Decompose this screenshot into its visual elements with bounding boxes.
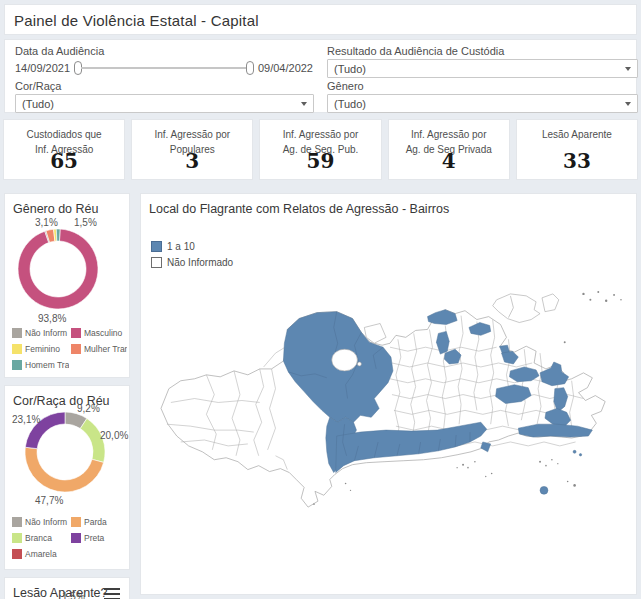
legend-swatch — [151, 241, 162, 252]
genero-chart-panel: Gênero do Réu 3,1% 1,5% 93,8% Não Inform… — [4, 193, 130, 378]
map-title: Local do Flagrante com Relatos de Agress… — [149, 202, 449, 216]
kpi-value: 65 — [4, 149, 124, 173]
donut-label: 9,2% — [77, 403, 100, 414]
filters-panel: Data da Audiência 14/09/2021 09/04/2022 … — [4, 39, 637, 113]
legend-swatch — [12, 360, 22, 370]
genero-dropdown[interactable]: (Tudo) — [327, 94, 638, 113]
kpi-card-populares: Inf. Agressão porPopulares 3 — [131, 119, 253, 180]
date-end-value: 09/04/2022 — [258, 62, 313, 74]
caret-down-icon — [625, 102, 631, 106]
kpi-value: 33 — [517, 149, 637, 173]
legend-item[interactable]: Preta — [71, 530, 127, 546]
legend-item[interactable]: Branca — [12, 530, 69, 546]
kpi-card-lesao-aparente: Lesão Aparente 33 — [516, 119, 638, 180]
legend-item[interactable]: Não Inform — [12, 325, 69, 341]
legend-item[interactable]: Masculino — [71, 325, 127, 341]
legend-swatch — [151, 257, 162, 268]
map-islands[interactable] — [493, 294, 559, 323]
legend-item[interactable]: Feminino — [12, 341, 69, 357]
genero-dropdown-value: (Tudo) — [334, 98, 366, 110]
title-bar: Painel de Violência Estatal - Capital — [4, 4, 637, 35]
page-title: Painel de Violência Estatal - Capital — [14, 12, 636, 29]
map-panel: Local do Flagrante com Relatos de Agress… — [140, 193, 637, 595]
donut-label: 47,7% — [35, 495, 63, 506]
kpi-row: Custodiados queInf. Agressão 65 Inf. Agr… — [3, 119, 638, 180]
donut-label: 20,0% — [100, 430, 128, 441]
genero-legend: Não Inform Masculino Feminino Mulher Tra… — [12, 325, 127, 373]
choropleth-map[interactable] — [143, 286, 637, 592]
donut-label: 23,1% — [12, 414, 40, 425]
legend-swatch — [71, 517, 81, 527]
legend-swatch — [71, 328, 81, 338]
legend-swatch — [12, 328, 22, 338]
caret-down-icon — [625, 67, 631, 71]
legend-swatch — [71, 344, 81, 354]
menu-icon[interactable] — [104, 588, 120, 599]
legend-item[interactable]: Mulher Trans.. — [71, 341, 127, 357]
cor-raca-dropdown[interactable]: (Tudo) — [15, 94, 314, 113]
kpi-card-seg-privada: Inf. Agressão porAg. de Seg Privada 4 — [388, 119, 510, 180]
cor-raca-chart-panel: Cor/Raça do Réu 9,2% 23,1% 20,0% 47,7% N… — [4, 385, 130, 570]
caret-down-icon — [301, 102, 307, 106]
genero-donut-chart[interactable] — [16, 227, 100, 311]
resultado-filter-label: Resultado da Audiência de Custódia — [327, 45, 504, 57]
kpi-value: 3 — [132, 149, 252, 173]
lesao-chart-panel: Lesão Aparente? 1,5% — [4, 577, 130, 599]
resultado-dropdown[interactable]: (Tudo) — [327, 59, 638, 78]
kpi-card-custodiados: Custodiados queInf. Agressão 65 — [3, 119, 125, 180]
map-outline[interactable] — [161, 310, 605, 507]
legend-swatch — [12, 517, 22, 527]
donut-label: 93,8% — [38, 313, 66, 324]
cor-raca-dropdown-value: (Tudo) — [22, 98, 54, 110]
cor-raca-legend: Não Inform Parda Branca Preta Amarela — [12, 514, 127, 562]
cor-raca-filter-label: Cor/Raça — [15, 80, 61, 92]
kpi-value: 4 — [389, 149, 509, 173]
legend-swatch — [12, 549, 22, 559]
kpi-card-seg-publica: Inf. Agressão porAg. de Seg. Pub. 59 — [259, 119, 381, 180]
slider-track[interactable] — [81, 67, 247, 69]
legend-swatch — [12, 344, 22, 354]
legend-item[interactable]: Não Informado — [151, 254, 233, 270]
legend-item[interactable]: Não Inform — [12, 514, 69, 530]
date-start-value: 14/09/2021 — [15, 62, 70, 74]
legend-item[interactable]: Amarela — [12, 546, 69, 562]
legend-item[interactable]: 1 a 10 — [151, 238, 233, 254]
legend-item[interactable]: Homem Transexual — [12, 357, 69, 373]
genero-chart-title: Gênero do Réu — [13, 202, 98, 216]
donut-label: 1,5% — [74, 217, 97, 228]
legend-item[interactable]: Parda — [71, 514, 127, 530]
genero-filter-label: Gênero — [327, 80, 364, 92]
date-filter-label: Data da Audiência — [15, 45, 104, 57]
slider-right-handle[interactable] — [246, 61, 254, 75]
resultado-dropdown-value: (Tudo) — [334, 63, 366, 75]
legend-swatch — [71, 533, 81, 543]
donut-label: 3,1% — [35, 217, 58, 228]
legend-swatch — [12, 533, 22, 543]
date-range-slider[interactable]: 14/09/2021 09/04/2022 — [15, 59, 313, 77]
kpi-value: 59 — [260, 149, 380, 173]
map-legend: 1 a 10 Não Informado — [151, 238, 233, 270]
